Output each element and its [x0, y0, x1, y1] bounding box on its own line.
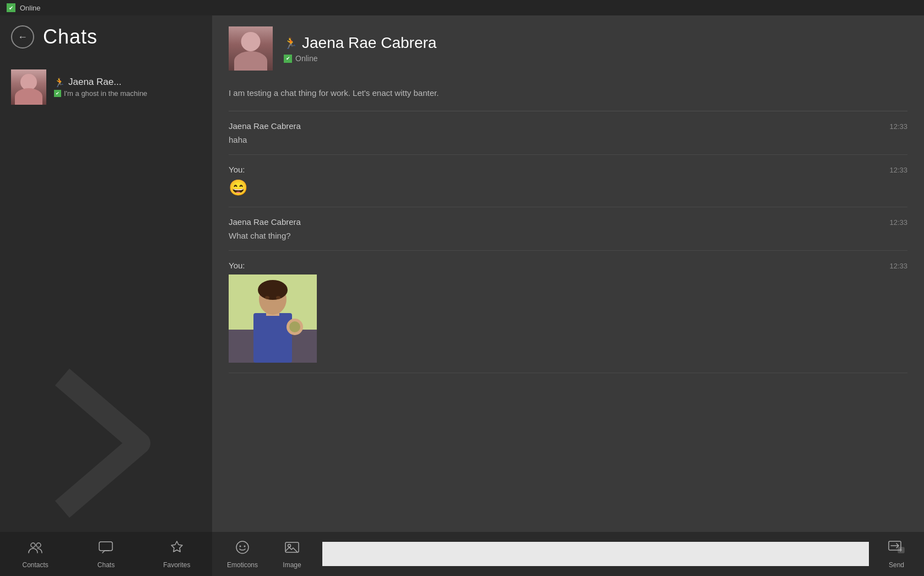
status-checkbox-icon: ✔ — [7, 3, 15, 12]
message-time: 12:33 — [889, 218, 907, 227]
chat-status-row: ✔ Online — [284, 54, 436, 63]
nav-item-favorites[interactable]: Favorites — [142, 532, 212, 576]
nav-item-chats[interactable]: Chats — [71, 532, 141, 576]
svg-point-9 — [265, 296, 269, 299]
message-block: Jaena Rae Cabrera 12:33 haha — [229, 111, 907, 155]
message-emoji: 😄 — [229, 179, 907, 197]
contact-status-check-icon: ✔ — [54, 90, 61, 97]
messages-area[interactable]: I am testing a chat thing for work. Let'… — [212, 82, 924, 532]
message-time: 12:33 — [889, 122, 907, 131]
nav-contacts-label: Contacts — [22, 561, 48, 569]
nav-chats-label: Chats — [98, 561, 115, 569]
sidebar-header: ← Chats — [0, 15, 212, 58]
message-sender: Jaena Rae Cabrera — [229, 121, 301, 131]
top-status-bar: ✔ Online — [0, 0, 924, 15]
chat-contact-name-row: 🏃 Jaena Rae Cabrera — [284, 34, 436, 52]
image-icon — [284, 540, 300, 559]
svg-point-14 — [240, 545, 241, 547]
contact-avatar — [11, 69, 46, 105]
chat-contact-name: Jaena Rae Cabrera — [302, 34, 436, 52]
sidebar: ← Chats 🏃 Jaena Rae... ✔ I'm a ghost in … — [0, 15, 212, 576]
contact-status-row: ✔ I'm a ghost in the machine — [54, 89, 201, 98]
chat-runner-icon: 🏃 — [284, 36, 298, 50]
nav-favorites-label: Favorites — [163, 561, 190, 569]
svg-point-17 — [288, 544, 291, 547]
contact-name-row: 🏃 Jaena Rae... — [54, 77, 201, 88]
contact-list: 🏃 Jaena Rae... ✔ I'm a ghost in the mach… — [0, 58, 212, 532]
chat-contact-info: 🏃 Jaena Rae Cabrera ✔ Online — [284, 34, 436, 63]
svg-point-13 — [236, 541, 248, 553]
message-body: haha — [229, 135, 907, 144]
message-time: 12:33 — [889, 262, 907, 270]
svg-rect-5 — [253, 313, 292, 363]
contact-runner-icon: 🏃 — [54, 77, 65, 88]
svg-rect-2 — [99, 542, 112, 551]
message-input-wrapper[interactable] — [322, 542, 869, 566]
chat-status-text: Online — [295, 54, 317, 63]
message-block: You: 12:33 😄 — [229, 155, 907, 207]
svg-point-10 — [276, 296, 280, 299]
chat-status-check-icon: ✔ — [284, 55, 292, 63]
message-header: Jaena Rae Cabrera 12:33 — [229, 121, 907, 131]
message-header: Jaena Rae Cabrera 12:33 — [229, 217, 907, 227]
message-time: 12:33 — [889, 166, 907, 174]
emoticons-label: Emoticons — [227, 561, 258, 569]
favorites-icon — [169, 540, 185, 559]
back-button[interactable]: ← — [11, 25, 34, 49]
contact-info: 🏃 Jaena Rae... ✔ I'm a ghost in the mach… — [54, 77, 201, 98]
contact-name: Jaena Rae... — [68, 77, 121, 88]
svg-rect-16 — [285, 542, 299, 552]
message-header: You: 12:33 — [229, 261, 907, 270]
message-sender: You: — [229, 261, 245, 270]
top-status-label: Online — [20, 4, 41, 12]
chats-icon — [98, 540, 114, 559]
chat-header: 🏃 Jaena Rae Cabrera ✔ Online — [212, 15, 924, 82]
chat-panel: 🏃 Jaena Rae Cabrera ✔ Online I am testin… — [212, 15, 924, 576]
sidebar-bottom-nav: Contacts Chats Favorites — [0, 532, 212, 576]
message-block: You: 12:33 — [229, 251, 907, 373]
message-image — [229, 274, 317, 363]
back-arrow-icon: ← — [18, 31, 28, 43]
send-button[interactable]: Send — [874, 532, 918, 576]
svg-point-15 — [244, 545, 246, 547]
message-input[interactable] — [328, 549, 863, 559]
svg-point-1 — [36, 543, 41, 547]
image-button[interactable]: Image — [267, 532, 317, 576]
send-icon — [888, 540, 905, 559]
svg-point-0 — [31, 543, 35, 547]
chat-bottom-bar: Emoticons Image — [212, 532, 924, 576]
message-block: Jaena Rae Cabrera 12:33 What chat thing? — [229, 207, 907, 251]
message-header: You: 12:33 — [229, 165, 907, 174]
emoticons-button[interactable]: Emoticons — [218, 532, 267, 576]
intro-message: I am testing a chat thing for work. Let'… — [229, 82, 907, 111]
image-label: Image — [283, 561, 301, 569]
nav-item-contacts[interactable]: Contacts — [0, 532, 71, 576]
svg-point-8 — [258, 280, 288, 300]
send-label: Send — [889, 561, 904, 569]
emoticons-icon — [235, 540, 250, 559]
contacts-icon — [28, 540, 43, 559]
main-content: ← Chats 🏃 Jaena Rae... ✔ I'm a ghost in … — [0, 15, 924, 576]
contact-item[interactable]: 🏃 Jaena Rae... ✔ I'm a ghost in the mach… — [0, 64, 212, 110]
message-sender: Jaena Rae Cabrera — [229, 217, 301, 227]
contact-avatar-image — [11, 69, 46, 105]
message-sender: You: — [229, 165, 245, 174]
svg-point-12 — [289, 321, 300, 332]
contact-status-text: I'm a ghost in the machine — [64, 89, 147, 98]
message-body: What chat thing? — [229, 231, 907, 240]
chat-contact-avatar — [229, 26, 273, 71]
sidebar-title: Chats — [43, 25, 98, 49]
